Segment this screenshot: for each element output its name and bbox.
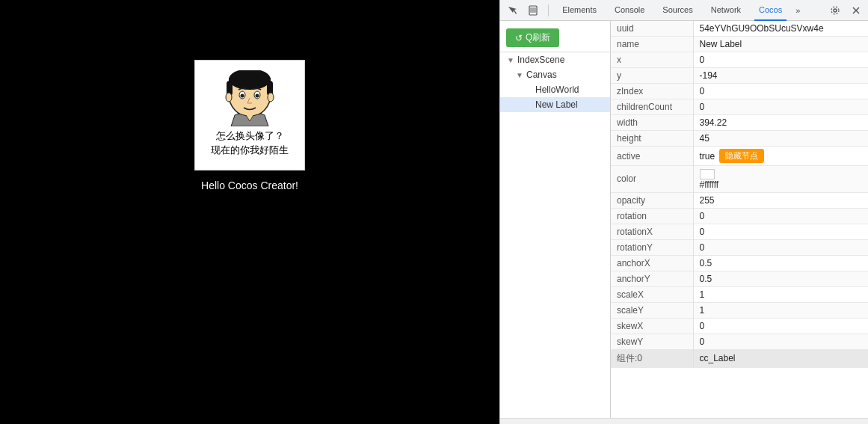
prop-val-name: New Label (693, 37, 868, 52)
settings-icon[interactable] (829, 4, 841, 17)
properties-panel: uuid 54eYVhGU9OObSUcuSVxw4e name New Lab… (611, 21, 868, 418)
tree-item-canvas[interactable]: ▼ Canvas (500, 67, 610, 82)
tab-elements[interactable]: Elements (558, 0, 601, 21)
prop-val-anchory: 0.5 (693, 271, 868, 286)
close-icon[interactable] (850, 4, 862, 17)
color-hex-value: #ffffff (700, 179, 719, 190)
prop-val-rotationx: 0 (693, 224, 868, 239)
prop-rotation: rotation 0 (611, 208, 868, 224)
cursor-icon[interactable] (506, 4, 518, 17)
prop-anchory: anchorY 0.5 (611, 271, 868, 286)
prop-key-name: name (611, 37, 693, 52)
prop-key-height: height (611, 131, 693, 147)
tab-sources[interactable]: Sources (658, 0, 697, 21)
prop-key-uuid: uuid (611, 21, 693, 37)
prop-key-skewx: skewX (611, 318, 693, 334)
meme-face-svg (216, 70, 283, 126)
tree-item-newlabel[interactable]: New Label (500, 97, 610, 112)
prop-val-scaley: 1 (693, 302, 868, 318)
prop-name: name New Label (611, 37, 868, 52)
prop-active: active true 隐藏节点 (611, 147, 868, 166)
prop-opacity: opacity 255 (611, 192, 868, 208)
svg-rect-2 (229, 78, 271, 85)
prop-key-color: color (611, 166, 693, 193)
prop-scaley: scaleY 1 (611, 302, 868, 318)
svg-point-14 (831, 7, 839, 14)
prop-val-component: cc_Label (693, 349, 868, 367)
prop-val-uuid: 54eYVhGU9OObSUcuSVxw4e (693, 21, 868, 37)
prop-val-height: 45 (693, 131, 868, 147)
devtools-scrollbar[interactable] (500, 418, 868, 424)
prop-uuid: uuid 54eYVhGU9OObSUcuSVxw4e (611, 21, 868, 37)
arrow-newlabel (524, 100, 533, 109)
prop-val-anchorx: 0.5 (693, 255, 868, 271)
prop-val-scalex: 1 (693, 286, 868, 302)
prop-rotationy: rotationY 0 (611, 239, 868, 255)
prop-key-skewy: skewY (611, 334, 693, 349)
prop-rotationx: rotationX 0 (611, 224, 868, 239)
svg-point-8 (256, 94, 259, 98)
prop-val-zindex: 0 (693, 84, 868, 99)
devtools-panel: Elements Console Sources Network Cocos »… (499, 0, 868, 424)
svg-point-13 (834, 9, 837, 12)
meme-text: 怎么换头像了？ 现在的你我好陌生 (206, 126, 293, 159)
prop-key-scalex: scaleX (611, 286, 693, 302)
prop-val-skewx: 0 (693, 318, 868, 334)
game-canvas-area: 怎么换头像了？ 现在的你我好陌生 Hello Cocos Creator! (0, 0, 499, 424)
prop-skewy: skewY 0 (611, 334, 868, 349)
tree-item-indexscene[interactable]: ▼ IndexScene (500, 52, 610, 67)
prop-val-opacity: 255 (693, 192, 868, 208)
svg-point-9 (226, 93, 232, 102)
prop-val-color: #ffffff (693, 166, 868, 193)
prop-x: x 0 (611, 52, 868, 68)
prop-skewx: skewX 0 (611, 318, 868, 334)
prop-key-rotationx: rotationX (611, 224, 693, 239)
refresh-button[interactable]: ↺ Q刷新 (506, 28, 559, 47)
prop-zindex: zIndex 0 (611, 84, 868, 99)
prop-val-childrencount: 0 (693, 99, 868, 115)
svg-point-7 (241, 94, 244, 98)
properties-table: uuid 54eYVhGU9OObSUcuSVxw4e name New Lab… (611, 21, 868, 368)
prop-scalex: scaleX 1 (611, 286, 868, 302)
prop-key-opacity: opacity (611, 192, 693, 208)
refresh-icon: ↺ (515, 33, 523, 43)
prop-val-rotationy: 0 (693, 239, 868, 255)
prop-val-active: true 隐藏节点 (694, 147, 869, 165)
device-icon[interactable] (527, 4, 539, 17)
toolbar-separator (548, 4, 549, 16)
tree-item-helloworld[interactable]: HelloWorld (500, 82, 610, 97)
prop-val-skewy: 0 (693, 334, 868, 349)
scene-tree-panel: ↺ Q刷新 ▼ IndexScene ▼ Canvas HelloWorld N… (500, 21, 611, 418)
prop-val-y: -194 (693, 68, 868, 84)
tab-cocos[interactable]: Cocos (754, 0, 787, 21)
prop-childrencount: childrenCount 0 (611, 99, 868, 115)
prop-key-y: y (611, 68, 693, 84)
prop-key-rotation: rotation (611, 208, 693, 224)
meme-image: 怎么换头像了？ 现在的你我好陌生 (194, 60, 305, 170)
prop-val-x: 0 (693, 52, 868, 68)
prop-anchorx: anchorX 0.5 (611, 255, 868, 271)
prop-key-childrencount: childrenCount (611, 99, 693, 115)
prop-color: color #ffffff (611, 166, 868, 193)
tab-network[interactable]: Network (707, 0, 745, 21)
prop-key-x: x (611, 52, 693, 68)
tab-console[interactable]: Console (610, 0, 649, 21)
prop-key-zindex: zIndex (611, 84, 693, 99)
devtools-toolbar: Elements Console Sources Network Cocos » (500, 0, 868, 21)
arrow-indexscene: ▼ (506, 55, 515, 64)
refresh-button-area: ↺ Q刷新 (500, 24, 610, 52)
arrow-canvas: ▼ (515, 70, 524, 79)
prop-key-anchory: anchorY (611, 271, 693, 286)
prop-height: height 45 (611, 131, 868, 147)
tabs-more-btn[interactable]: » (795, 6, 800, 15)
prop-key-active: active (611, 147, 693, 166)
prop-key-anchorx: anchorX (611, 255, 693, 271)
prop-key-scaley: scaleY (611, 302, 693, 318)
prop-val-width: 394.22 (693, 115, 868, 131)
hide-node-button[interactable]: 隐藏节点 (719, 149, 764, 163)
prop-key-component: 组件:0 (611, 349, 693, 367)
prop-width: width 394.22 (611, 115, 868, 131)
color-swatch[interactable] (700, 169, 715, 179)
svg-rect-12 (530, 7, 536, 13)
prop-component: 组件:0 cc_Label (611, 349, 868, 367)
